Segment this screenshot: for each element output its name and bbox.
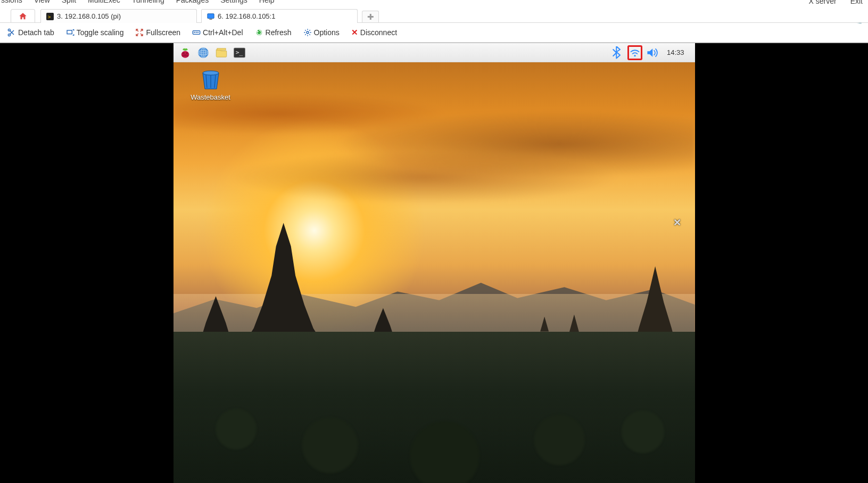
tab-vnc-session[interactable]: 6. 192.168.0.105:1 xyxy=(201,9,358,23)
keyboard-icon xyxy=(192,28,201,37)
toolbar-label: Toggle scaling xyxy=(77,28,124,37)
file-manager-launcher[interactable] xyxy=(214,45,229,60)
svg-text:>: > xyxy=(48,13,51,19)
svg-point-16 xyxy=(184,54,186,56)
bluetooth-icon xyxy=(611,46,622,59)
raspberry-icon xyxy=(178,46,192,60)
menu-tunneling[interactable]: Tunneling xyxy=(132,0,164,4)
clock[interactable]: 14:33 xyxy=(664,48,688,56)
toolbar-label: Detach tab xyxy=(18,28,54,37)
wifi-tray[interactable] xyxy=(627,45,642,60)
toolbar-label: Refresh xyxy=(266,28,292,37)
remote-desktop-wallpaper[interactable]: Wastebasket ✕ xyxy=(173,62,695,483)
refresh-icon xyxy=(255,28,263,37)
wastebasket-icon[interactable]: Wastebasket xyxy=(187,69,234,101)
svg-point-17 xyxy=(181,54,184,56)
svg-point-14 xyxy=(182,52,185,54)
bluetooth-tray[interactable] xyxy=(609,45,624,60)
desktop-icon-label: Wastebasket xyxy=(191,93,230,101)
gear-icon xyxy=(303,28,312,37)
menu-help[interactable]: Help xyxy=(259,0,275,4)
browser-launcher[interactable] xyxy=(196,45,211,60)
svg-point-4 xyxy=(8,29,10,31)
menu-split[interactable]: Split xyxy=(62,0,76,4)
svg-text:>_: >_ xyxy=(235,48,243,56)
toolbar-label: Fullscreen xyxy=(146,28,180,37)
home-tab[interactable] xyxy=(11,9,35,23)
svg-rect-8 xyxy=(194,32,195,33)
vnc-viewport: >_ 14:33 xyxy=(0,43,868,483)
rpi-menu-button[interactable] xyxy=(178,45,193,60)
plus-icon: ✚ xyxy=(367,12,374,22)
volume-tray[interactable] xyxy=(646,45,660,60)
menu-sessions[interactable]: ssions xyxy=(1,0,22,4)
vnc-icon xyxy=(207,13,214,20)
vnc-toolbar: Detach tab Toggle scaling Fullscreen Ctr… xyxy=(0,23,868,43)
svg-point-18 xyxy=(186,54,188,56)
svg-point-12 xyxy=(307,31,309,34)
xserver-button[interactable]: X server xyxy=(809,0,837,5)
trash-icon xyxy=(199,69,223,90)
fullscreen-icon xyxy=(135,28,144,37)
globe-icon xyxy=(196,46,210,60)
svg-rect-2 xyxy=(208,13,214,18)
exit-button[interactable]: Exit xyxy=(850,0,863,5)
cursor-mark-icon: ✕ xyxy=(673,217,681,228)
tab-label: 3. 192.168.0.105 (pi) xyxy=(57,12,121,20)
svg-point-27 xyxy=(634,55,635,56)
tab-strip: > 3. 192.168.0.105 (pi) 6. 192.168.0.105… xyxy=(0,8,868,23)
menu-packages[interactable]: Packages xyxy=(176,0,209,4)
svg-rect-24 xyxy=(217,48,225,50)
folder-icon xyxy=(214,46,228,60)
menu-settings[interactable]: Settings xyxy=(220,0,247,4)
svg-rect-9 xyxy=(196,32,197,33)
terminal-icon: > xyxy=(46,13,54,20)
svg-rect-3 xyxy=(209,19,212,20)
options-button[interactable]: Options xyxy=(303,28,340,37)
svg-rect-6 xyxy=(67,30,72,34)
wifi-icon xyxy=(630,47,640,59)
lxpanel: >_ 14:33 xyxy=(173,43,695,62)
disconnect-button[interactable]: ✕ Disconnect xyxy=(351,28,397,37)
terminal-launcher[interactable]: >_ xyxy=(232,45,247,60)
svg-point-28 xyxy=(203,71,219,75)
svg-point-15 xyxy=(185,52,188,54)
menu-view[interactable]: View xyxy=(34,0,50,4)
toggle-scaling-button[interactable]: Toggle scaling xyxy=(66,28,124,37)
menu-multiexec[interactable]: MultiExec xyxy=(88,0,120,4)
tab-ssh-session[interactable]: > 3. 192.168.0.105 (pi) xyxy=(40,9,197,23)
toolbar-label: Options xyxy=(314,28,340,37)
app-topright: X server Exit xyxy=(809,0,863,5)
scissors-icon xyxy=(7,28,16,37)
remote-desktop[interactable]: >_ 14:33 xyxy=(173,43,695,483)
close-icon: ✕ xyxy=(351,28,358,37)
new-tab-button[interactable]: ✚ xyxy=(362,11,379,23)
fullscreen-button[interactable]: Fullscreen xyxy=(135,28,180,37)
refresh-button[interactable]: Refresh xyxy=(255,28,292,37)
tab-label: 6. 192.168.0.105:1 xyxy=(218,12,275,20)
toolbar-label: Disconnect xyxy=(360,28,397,37)
terminal-icon: >_ xyxy=(233,46,246,60)
detach-tab-button[interactable]: Detach tab xyxy=(7,28,54,37)
speaker-icon xyxy=(647,47,659,59)
toolbar-label: Ctrl+Alt+Del xyxy=(203,28,243,37)
ctrl-alt-del-button[interactable]: Ctrl+Alt+Del xyxy=(192,28,243,37)
svg-point-5 xyxy=(8,34,10,36)
svg-rect-10 xyxy=(197,32,199,33)
scaling-icon xyxy=(66,28,75,37)
home-icon xyxy=(18,12,28,21)
app-menubar: ssions View Split MultiExec Tunneling Pa… xyxy=(0,0,868,8)
